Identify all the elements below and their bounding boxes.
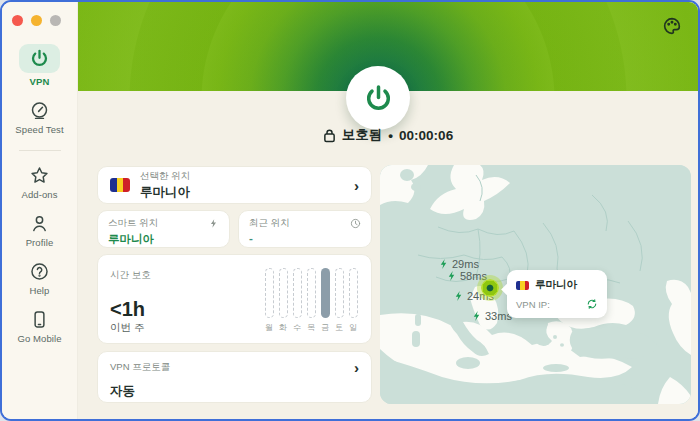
usage-bar-label: 월: [265, 322, 273, 333]
time-protected-label: 시간 보호: [110, 269, 151, 280]
status-separator: •: [388, 128, 393, 143]
recent-location-value: -: [249, 232, 361, 244]
time-protected-card: 시간 보호 <1h 이번 주 월화수목금토일: [97, 254, 372, 344]
usage-bar: [265, 268, 274, 318]
sidebar-item-go-mobile[interactable]: Go Mobile: [17, 309, 61, 344]
time-protected-period: 이번 주: [110, 321, 144, 335]
minimize-window-button[interactable]: [31, 15, 42, 26]
sidebar-item-vpn[interactable]: VPN: [19, 44, 60, 87]
sidebar-item-speed-test[interactable]: Speed Test: [15, 100, 63, 135]
sidebar-item-profile[interactable]: Profile: [26, 213, 54, 248]
connected-dot[interactable]: [481, 279, 499, 297]
connected-location-tooltip: 루마니아 VPN IP:: [507, 270, 607, 318]
weekly-usage-chart: 월화수목금토일: [264, 268, 358, 333]
usage-bar-label: 목: [307, 322, 315, 333]
tooltip-country: 루마니아: [535, 278, 577, 292]
sidebar-item-label: Add-ons: [21, 189, 57, 200]
sidebar-item-help[interactable]: Help: [29, 261, 50, 296]
sidebar-item-label: VPN: [30, 76, 50, 87]
usage-bar: [279, 268, 288, 318]
spark-icon: [208, 218, 219, 229]
bolt-icon: [453, 290, 465, 302]
usage-bar-label: 금: [321, 322, 329, 333]
sidebar-item-add-ons[interactable]: Add-ons: [21, 165, 57, 200]
vpn-protocol-card[interactable]: VPN 프로토콜 › 자동: [97, 351, 372, 403]
romania-flag: [516, 281, 529, 290]
power-icon: [19, 44, 60, 73]
person-icon: [29, 213, 50, 234]
usage-bar-col: 금: [320, 268, 330, 333]
question-icon: [29, 261, 50, 282]
status-label: 보호됨: [342, 126, 383, 144]
europe-map: 29ms 58ms 24ms 33ms 루마니아 V: [380, 165, 691, 404]
ping-marker[interactable]: 58ms: [446, 270, 487, 282]
selected-location-value: 루마니아: [140, 184, 190, 201]
phone-icon: [29, 309, 50, 330]
app-window: VPN Speed Test Add-ons: [0, 0, 700, 421]
usage-bar-label: 토: [335, 322, 343, 333]
usage-bar: [335, 268, 344, 318]
smart-location-value: 루마니아: [108, 232, 219, 247]
main-panel: 보호됨 • 00:00:06 선택한 위치 루마니아 › 스마트 위치 루마니아: [78, 2, 698, 419]
sidebar-item-label: Profile: [26, 237, 54, 248]
ping-marker[interactable]: 29ms: [438, 258, 479, 270]
usage-bar: [349, 268, 358, 318]
vpn-protocol-label: VPN 프로토콜: [110, 361, 170, 374]
usage-bar-col: 월: [264, 268, 274, 333]
sidebar-item-label: Help: [30, 285, 50, 296]
usage-bar-col: 일: [348, 268, 358, 333]
star-icon: [29, 165, 50, 186]
zoom-window-button[interactable]: [50, 15, 61, 26]
selected-location-card[interactable]: 선택한 위치 루마니아 ›: [97, 166, 372, 204]
usage-bar: [293, 268, 302, 318]
palette-icon: [661, 15, 683, 37]
vpn-protocol-value: 자동: [110, 383, 359, 400]
usage-bar-col: 토: [334, 268, 344, 333]
lock-icon: [323, 128, 336, 143]
session-timer: 00:00:06: [399, 128, 453, 143]
chevron-right-icon: ›: [354, 360, 359, 375]
selected-location-label: 선택한 위치: [140, 170, 190, 183]
sidebar-item-label: Go Mobile: [17, 333, 61, 344]
theme-button[interactable]: [661, 15, 683, 37]
window-controls: [12, 15, 61, 26]
ping-marker[interactable]: 33ms: [471, 310, 512, 322]
recent-location-label: 최근 위치: [249, 217, 290, 230]
refresh-icon[interactable]: [586, 298, 598, 310]
clock-icon: [350, 218, 361, 229]
smart-location-label: 스마트 위치: [108, 217, 158, 230]
close-window-button[interactable]: [12, 15, 23, 26]
sidebar-divider: [19, 150, 61, 151]
usage-bar: [321, 268, 330, 318]
sidebar: VPN Speed Test Add-ons: [2, 2, 78, 419]
bolt-icon: [446, 270, 458, 282]
sidebar-item-label: Speed Test: [15, 124, 63, 135]
power-icon: [363, 83, 394, 114]
chevron-right-icon: ›: [354, 178, 359, 193]
sidebar-nav: VPN Speed Test Add-ons: [2, 44, 77, 357]
connection-status: 보호됨 • 00:00:06: [78, 126, 698, 144]
time-protected-value: <1h: [110, 298, 145, 321]
smart-location-card[interactable]: 스마트 위치 루마니아: [97, 210, 230, 248]
usage-bar-col: 화: [278, 268, 288, 333]
usage-bar-col: 수: [292, 268, 302, 333]
bolt-icon: [471, 310, 483, 322]
usage-bar-col: 목: [306, 268, 316, 333]
recent-location-card[interactable]: 최근 위치 -: [238, 210, 372, 248]
usage-bar: [307, 268, 316, 318]
ping-value: 29ms: [452, 258, 479, 270]
vpn-ip-label: VPN IP:: [516, 299, 550, 310]
usage-bar-label: 일: [349, 322, 357, 333]
bolt-icon: [438, 258, 450, 270]
ping-value: 58ms: [460, 270, 487, 282]
usage-bar-label: 수: [293, 322, 301, 333]
romania-flag: [110, 178, 130, 192]
speedometer-icon: [29, 100, 50, 121]
disconnect-power-button[interactable]: [346, 66, 410, 130]
usage-bar-label: 화: [279, 322, 287, 333]
